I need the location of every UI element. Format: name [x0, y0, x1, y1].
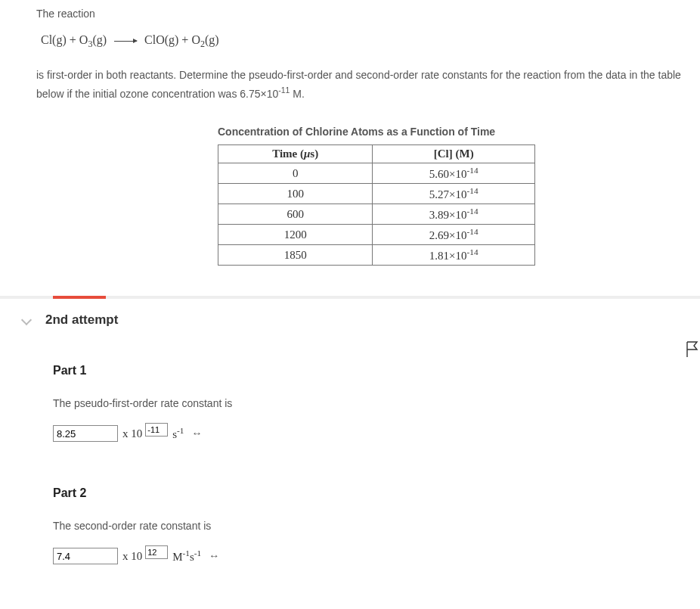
attempt-label: 2nd attempt [45, 312, 118, 328]
cell-conc: 2.69×10-14 [373, 225, 535, 245]
cell-time: 1850 [218, 245, 373, 266]
cell-conc: 5.60×10-14 [373, 163, 535, 184]
part2-value-input[interactable] [53, 548, 118, 564]
table-row: 600 3.89×10-14 [218, 204, 535, 225]
cell-time: 600 [218, 204, 373, 225]
part2-heading: Part 2 [53, 486, 700, 500]
times-ten: x 10 [122, 550, 142, 563]
table-row: 100 5.27×10-14 [218, 184, 535, 204]
reaction-arrow [114, 41, 137, 42]
part2-exp-input[interactable] [145, 545, 168, 559]
desc-tail: M. [290, 87, 304, 99]
desc-main: is first-order in both reactants. Determ… [36, 69, 681, 99]
cell-time: 100 [218, 184, 373, 204]
bidir-arrow-icon: ↔ [209, 550, 219, 562]
part1-unit: s-1 [172, 426, 184, 441]
part1-answer: x 10 s-1 ↔ [53, 423, 700, 444]
th-cl: [Cl] (M) [373, 145, 535, 163]
part1-text: The pseudo-first-order rate constant is [53, 397, 700, 409]
part2-unit: M-1s-1 [172, 548, 201, 564]
chevron-down-icon[interactable] [21, 315, 32, 325]
eq-lhs2-base: O [79, 33, 88, 46]
eq-rhs1: ClO(g) [144, 33, 178, 46]
table-row: 1850 1.81×10-14 [218, 245, 535, 266]
th-time: Time (μs) [218, 145, 373, 163]
part1-heading: Part 1 [53, 364, 700, 378]
part1-exp-input[interactable] [145, 423, 168, 437]
part1-value-input[interactable] [53, 425, 118, 442]
concentration-table: Time (μs) [Cl] (M) 0 5.60×10-14 100 5.27… [218, 144, 535, 266]
cell-conc: 1.81×10-14 [373, 245, 535, 266]
cell-conc: 5.27×10-14 [373, 184, 535, 204]
part2-text: The second-order rate constant is [53, 520, 700, 532]
eq-rhs2-tail: (g) [205, 33, 219, 46]
flag-icon[interactable] [686, 341, 698, 358]
problem-description: is first-order in both reactants. Determ… [36, 67, 694, 101]
cell-time: 1200 [218, 225, 373, 245]
reaction-equation: Cl(g) + O3(g) ClO(g) + O2(g) [41, 33, 700, 50]
part2-answer: x 10 M-1s-1 ↔ [53, 545, 700, 567]
eq-lhs1: Cl(g) [41, 33, 67, 46]
table-title: Concentration of Chlorine Atoms as a Fun… [218, 123, 535, 140]
cell-conc: 3.89×10-14 [373, 204, 535, 225]
table-row: 0 5.60×10-14 [218, 163, 535, 184]
times-ten: x 10 [122, 427, 142, 440]
cell-time: 0 [218, 163, 373, 184]
desc-exp: -11 [278, 85, 290, 95]
eq-rhs2-base: O [191, 33, 200, 46]
bidir-arrow-icon: ↔ [191, 427, 202, 440]
table-row: 1200 2.69×10-14 [218, 225, 535, 245]
eq-lhs2-tail: (g) [92, 33, 107, 46]
intro-lead: The reaction [36, 8, 700, 20]
